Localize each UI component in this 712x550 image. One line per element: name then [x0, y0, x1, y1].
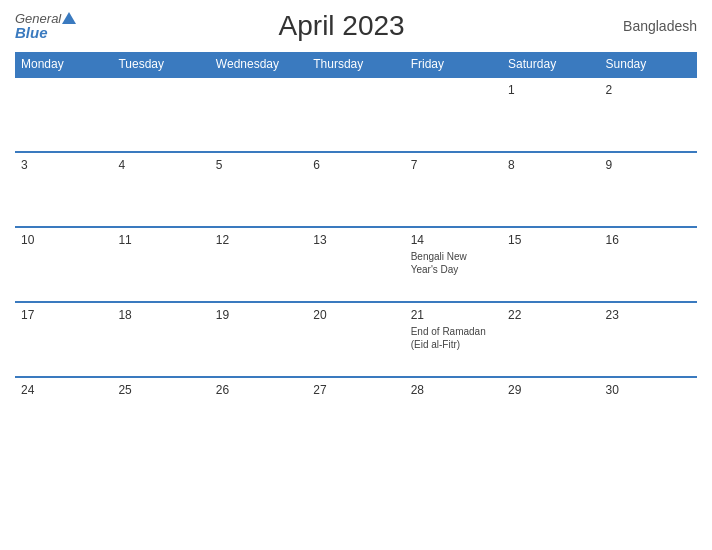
day-number: 3: [21, 158, 106, 172]
calendar-cell: 10: [15, 227, 112, 302]
logo: General Blue: [15, 12, 76, 40]
calendar-cell: 14Bengali New Year's Day: [405, 227, 502, 302]
calendar-cell: 27: [307, 377, 404, 452]
col-sunday: Sunday: [600, 52, 697, 77]
col-tuesday: Tuesday: [112, 52, 209, 77]
calendar-cell: 9: [600, 152, 697, 227]
day-number: 17: [21, 308, 106, 322]
calendar-cell: 7: [405, 152, 502, 227]
event-text: End of Ramadan (Eid al-Fitr): [411, 325, 496, 351]
calendar-cell: 3: [15, 152, 112, 227]
calendar-row: 3456789: [15, 152, 697, 227]
day-number: 14: [411, 233, 496, 247]
day-number: 29: [508, 383, 593, 397]
event-text: Bengali New Year's Day: [411, 250, 496, 276]
calendar-cell: [112, 77, 209, 152]
col-friday: Friday: [405, 52, 502, 77]
calendar-header: Monday Tuesday Wednesday Thursday Friday…: [15, 52, 697, 77]
day-number: 6: [313, 158, 398, 172]
day-number: 26: [216, 383, 301, 397]
calendar-cell: 1: [502, 77, 599, 152]
calendar-cell: 30: [600, 377, 697, 452]
calendar-cell: [307, 77, 404, 152]
day-number: 28: [411, 383, 496, 397]
calendar-cell: [210, 77, 307, 152]
calendar-cell: 23: [600, 302, 697, 377]
day-number: 8: [508, 158, 593, 172]
col-saturday: Saturday: [502, 52, 599, 77]
calendar-cell: 28: [405, 377, 502, 452]
calendar-row: 12: [15, 77, 697, 152]
calendar-row: 24252627282930: [15, 377, 697, 452]
calendar-cell: 4: [112, 152, 209, 227]
day-number: 24: [21, 383, 106, 397]
day-number: 2: [606, 83, 691, 97]
col-monday: Monday: [15, 52, 112, 77]
col-wednesday: Wednesday: [210, 52, 307, 77]
day-number: 18: [118, 308, 203, 322]
calendar-cell: 12: [210, 227, 307, 302]
day-number: 21: [411, 308, 496, 322]
calendar-cell: [15, 77, 112, 152]
day-number: 1: [508, 83, 593, 97]
day-number: 16: [606, 233, 691, 247]
day-number: 23: [606, 308, 691, 322]
calendar-cell: 13: [307, 227, 404, 302]
day-number: 19: [216, 308, 301, 322]
calendar-cell: 26: [210, 377, 307, 452]
calendar-cell: 17: [15, 302, 112, 377]
calendar-cell: 20: [307, 302, 404, 377]
calendar-body: 1234567891011121314Bengali New Year's Da…: [15, 77, 697, 452]
day-number: 20: [313, 308, 398, 322]
day-number: 12: [216, 233, 301, 247]
calendar-cell: 25: [112, 377, 209, 452]
day-number: 22: [508, 308, 593, 322]
calendar-cell: 29: [502, 377, 599, 452]
calendar-cell: 22: [502, 302, 599, 377]
day-number: 25: [118, 383, 203, 397]
calendar-cell: 19: [210, 302, 307, 377]
calendar-row: 1011121314Bengali New Year's Day1516: [15, 227, 697, 302]
calendar-cell: 16: [600, 227, 697, 302]
calendar-page: General Blue April 2023 Bangladesh Monda…: [0, 0, 712, 550]
day-number: 7: [411, 158, 496, 172]
day-number: 10: [21, 233, 106, 247]
day-number: 27: [313, 383, 398, 397]
calendar-cell: 15: [502, 227, 599, 302]
calendar-table: Monday Tuesday Wednesday Thursday Friday…: [15, 52, 697, 452]
calendar-cell: 11: [112, 227, 209, 302]
calendar-cell: 18: [112, 302, 209, 377]
day-number: 30: [606, 383, 691, 397]
logo-blue: Blue: [15, 25, 76, 40]
calendar-cell: 24: [15, 377, 112, 452]
calendar-cell: 5: [210, 152, 307, 227]
calendar-cell: 8: [502, 152, 599, 227]
calendar-row: 1718192021End of Ramadan (Eid al-Fitr)22…: [15, 302, 697, 377]
header: General Blue April 2023 Bangladesh: [15, 10, 697, 42]
weekday-header-row: Monday Tuesday Wednesday Thursday Friday…: [15, 52, 697, 77]
day-number: 13: [313, 233, 398, 247]
col-thursday: Thursday: [307, 52, 404, 77]
calendar-cell: 2: [600, 77, 697, 152]
country-label: Bangladesh: [607, 18, 697, 34]
day-number: 15: [508, 233, 593, 247]
calendar-cell: 21End of Ramadan (Eid al-Fitr): [405, 302, 502, 377]
day-number: 4: [118, 158, 203, 172]
day-number: 5: [216, 158, 301, 172]
calendar-cell: 6: [307, 152, 404, 227]
logo-triangle-icon: [62, 12, 76, 24]
day-number: 11: [118, 233, 203, 247]
calendar-title: April 2023: [76, 10, 607, 42]
day-number: 9: [606, 158, 691, 172]
calendar-cell: [405, 77, 502, 152]
